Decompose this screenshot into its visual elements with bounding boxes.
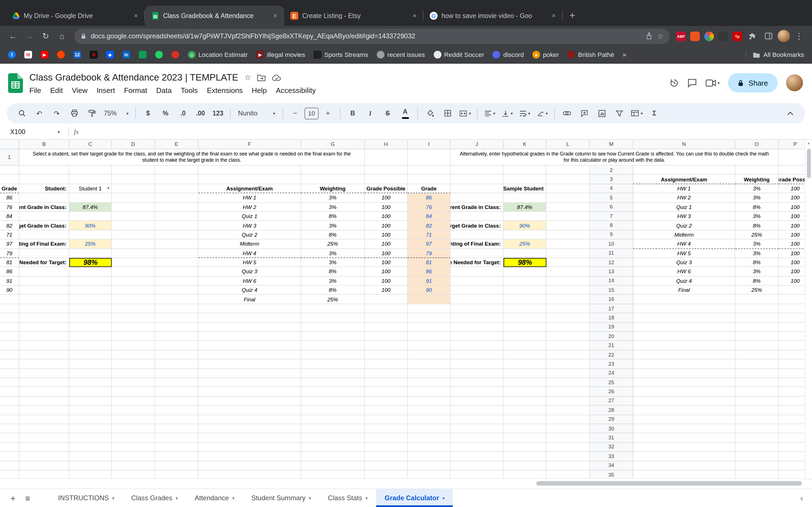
cell-K8[interactable]: 8% — [301, 230, 365, 239]
cell-C30[interactable] — [735, 424, 779, 434]
cell-N20[interactable] — [451, 341, 504, 350]
cell-M8[interactable]: 71 — [408, 230, 451, 239]
cell-O17[interactable] — [504, 314, 546, 323]
cell-B25[interactable] — [633, 378, 735, 387]
cell-E6[interactable]: 84 — [0, 212, 19, 221]
cell-E17[interactable] — [0, 314, 19, 323]
menu-help[interactable]: Help — [247, 85, 271, 96]
cell-N24[interactable] — [451, 378, 504, 387]
cell-O23[interactable] — [504, 369, 546, 378]
horizontal-align-button[interactable]: ▾ — [481, 107, 498, 120]
cell-I3[interactable] — [155, 184, 199, 193]
cell-P3[interactable] — [546, 184, 590, 193]
cell-F31[interactable] — [19, 443, 69, 452]
cell-I32[interactable] — [155, 452, 199, 461]
cell-F8[interactable] — [19, 230, 69, 239]
cell-K10[interactable]: 3% — [301, 249, 365, 258]
menu-accessibility[interactable]: Accessibility — [271, 85, 320, 96]
reload-button[interactable]: ↻ — [38, 29, 53, 43]
cell-L4[interactable]: 100 — [365, 193, 408, 203]
cell-N11[interactable]: Final Exam Grade Needed for Target: — [451, 258, 504, 267]
cell-P20[interactable] — [546, 341, 590, 350]
cell-E3[interactable]: Grade — [0, 184, 19, 193]
cell-J17[interactable] — [199, 314, 301, 323]
cell-L16[interactable] — [365, 304, 408, 314]
extensions-puzzle-icon[interactable] — [745, 29, 760, 43]
cell-H17[interactable] — [112, 314, 155, 323]
cell-P13[interactable] — [546, 276, 590, 286]
cell-H25[interactable] — [112, 387, 155, 397]
cell-F26[interactable] — [19, 397, 69, 406]
menu-file[interactable]: File — [25, 85, 46, 96]
cell-I9[interactable] — [155, 239, 199, 249]
cell-O3[interactable]: Sample Student — [504, 184, 546, 193]
cell-K18[interactable] — [301, 323, 365, 332]
cell-P25[interactable] — [546, 387, 590, 397]
cell-K7[interactable]: 3% — [301, 221, 365, 230]
cell-E28[interactable] — [0, 415, 19, 424]
cell-H26[interactable] — [112, 397, 155, 406]
cell-J11[interactable]: HW 5 — [199, 258, 301, 267]
cell-P28[interactable] — [546, 415, 590, 424]
cell-I2[interactable] — [155, 175, 199, 184]
cell-M2[interactable] — [408, 175, 451, 184]
cell-C8[interactable]: 8% — [735, 221, 779, 230]
cell-L31[interactable] — [365, 443, 408, 452]
bookmark-sports-streams[interactable]: Sports Streams — [313, 51, 368, 59]
right-instruction-note[interactable]: Alternatively, enter hypothetical grades… — [451, 149, 779, 166]
cell-J24[interactable] — [199, 378, 301, 387]
decrease-font-size-button[interactable]: − — [287, 107, 303, 120]
cell-B9[interactable]: Midterm — [633, 230, 735, 239]
cell-B5[interactable]: HW 2 — [633, 193, 735, 203]
select-all-corner[interactable] — [0, 140, 19, 149]
cell-K6[interactable]: 8% — [301, 212, 365, 221]
cell-B31[interactable] — [633, 434, 735, 443]
cell-I6[interactable] — [155, 212, 199, 221]
tab-close-icon[interactable]: × — [410, 11, 419, 20]
cell-M6[interactable]: 84 — [408, 212, 451, 221]
cell-K9[interactable]: 25% — [301, 239, 365, 249]
paint-format-button[interactable] — [84, 107, 100, 120]
cell-B29[interactable] — [633, 415, 735, 424]
cell-M33[interactable] — [408, 461, 451, 470]
menu-edit[interactable]: Edit — [46, 85, 67, 96]
increase-decimal-button[interactable]: .00 — [192, 107, 209, 120]
bookmark-gmail[interactable]: M — [24, 51, 32, 59]
cell-N14[interactable] — [451, 286, 504, 295]
cell-M20[interactable] — [408, 341, 451, 350]
decrease-decimal-button[interactable]: .0 — [175, 107, 191, 120]
row-header-12[interactable]: 12 — [590, 258, 633, 267]
cell-K26[interactable] — [301, 397, 365, 406]
cell-I18[interactable] — [155, 323, 199, 332]
cell-J10[interactable]: HW 4 — [199, 249, 301, 258]
cell-N1[interactable] — [451, 166, 504, 175]
cell-P4[interactable] — [546, 193, 590, 203]
cell-K5[interactable]: 3% — [301, 203, 365, 212]
cell-K3[interactable]: Weighting — [301, 184, 365, 193]
cell-N31[interactable] — [451, 443, 504, 452]
cell-F3[interactable]: Student: — [19, 184, 69, 193]
side-panel-icon[interactable] — [761, 29, 776, 43]
cell-C21[interactable] — [735, 341, 779, 350]
row-header-23[interactable]: 23 — [590, 359, 633, 369]
vertical-align-button[interactable]: ▾ — [499, 107, 515, 120]
move-to-folder-icon[interactable] — [257, 74, 266, 81]
row-header-1[interactable]: 1 — [0, 149, 19, 166]
cell-P27[interactable] — [546, 406, 590, 415]
cell-K24[interactable] — [301, 378, 365, 387]
cell-E4[interactable]: 86 — [0, 193, 19, 203]
cell-O14[interactable] — [504, 286, 546, 295]
cell-P5[interactable] — [546, 203, 590, 212]
cell-O2[interactable] — [504, 175, 546, 184]
menu-view[interactable]: View — [67, 85, 92, 96]
horizontal-scrollbar[interactable] — [0, 478, 805, 489]
cell-I21[interactable] — [155, 350, 199, 360]
cell-B28[interactable] — [633, 406, 735, 415]
cell-I31[interactable] — [155, 443, 199, 452]
cell-G9[interactable]: 25% — [69, 239, 112, 249]
column-header-B[interactable]: B — [19, 140, 69, 149]
cell-I25[interactable] — [155, 387, 199, 397]
cell-H33[interactable] — [112, 461, 155, 470]
cell-P6[interactable] — [546, 212, 590, 221]
orange-app-extension-icon[interactable] — [690, 31, 700, 41]
